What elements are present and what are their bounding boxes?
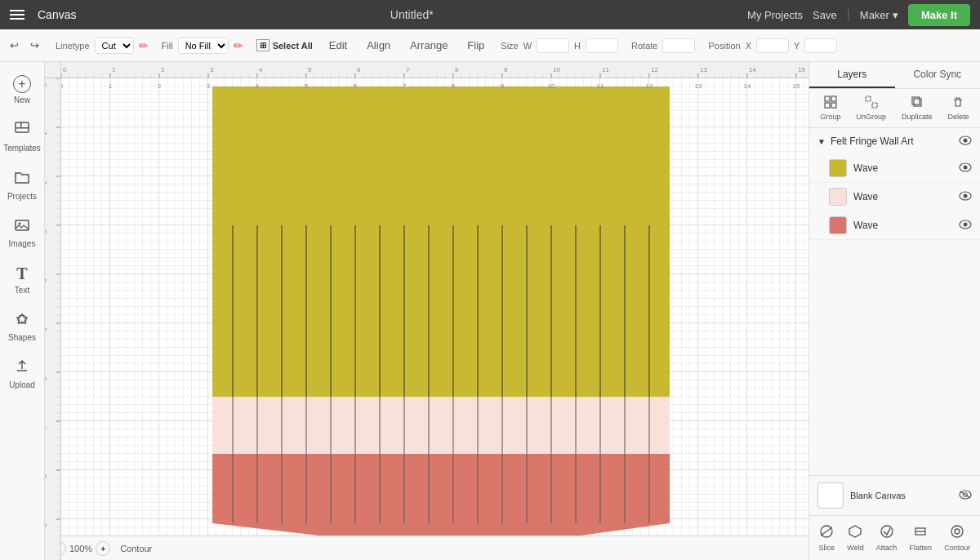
app-title: Canvas [38, 8, 76, 21]
sidebar-item-text[interactable]: T Text [2, 258, 42, 301]
svg-text:0: 0 [61, 82, 64, 90]
zoom-in-button[interactable]: + [96, 541, 110, 556]
edit-button[interactable]: Edit [326, 38, 350, 53]
y-label: Y [794, 41, 800, 51]
toolbar: ↩ ↪ Linetype Cut ✏ Fill No Fill ✏ ⊞ Sele… [0, 29, 980, 62]
x-input[interactable] [756, 38, 789, 53]
arrange-button[interactable]: Arrange [407, 38, 451, 53]
svg-text:13: 13 [700, 66, 707, 73]
width-input[interactable] [537, 38, 569, 53]
fill-select[interactable]: No Fill [178, 38, 229, 54]
group-button[interactable]: Group [815, 94, 845, 122]
delete-icon [951, 96, 964, 111]
slice-icon [819, 524, 834, 542]
attach-button[interactable]: Attach [871, 521, 902, 555]
layer-1-name: Wave [853, 162, 952, 174]
layer-group-header[interactable]: ▼ Felt Fringe Wall Art [809, 128, 980, 154]
ungroup-button[interactable]: UnGroup [851, 94, 891, 122]
my-projects-button[interactable]: My Projects [747, 9, 803, 21]
right-panel: Layers Color Sync Group UnGroup [808, 62, 980, 560]
artwork-svg: 0 1 2 3 4 5 6 7 8 9 10 11 12 13 14 15 [61, 78, 808, 560]
layer-2-visibility-icon[interactable] [959, 190, 972, 203]
group-visibility-icon[interactable] [959, 135, 972, 148]
contour-label: Contour [120, 544, 152, 553]
sidebar-item-projects[interactable]: Projects [2, 162, 42, 207]
svg-text:12: 12 [651, 66, 658, 73]
layer-3-visibility-icon[interactable] [959, 219, 972, 232]
svg-rect-280 [866, 96, 871, 101]
sidebar-item-new[interactable]: + New [2, 69, 42, 111]
sidebar-item-templates[interactable]: Templates [2, 114, 42, 159]
svg-rect-282 [914, 99, 921, 106]
canvas-area[interactable]: 012345678910111213141516 012345678910 [45, 62, 808, 560]
delete-button[interactable]: Delete [942, 94, 973, 122]
blank-canvas-visibility-icon[interactable] [959, 489, 972, 502]
tab-color-sync[interactable]: Color Sync [895, 62, 981, 88]
sidebar-item-upload[interactable]: Upload [2, 352, 42, 396]
maker-selector[interactable]: Maker ▾ [860, 9, 898, 21]
redo-button[interactable]: ↪ [27, 38, 42, 53]
sidebar-item-images[interactable]: Images [2, 211, 42, 255]
svg-rect-281 [872, 103, 877, 108]
sidebar-item-shapes[interactable]: Shapes [2, 304, 42, 349]
slice-button[interactable]: Slice [814, 521, 840, 555]
toolbar-size-group: Size W H [501, 38, 618, 53]
undo-button[interactable]: ↩ [7, 38, 22, 53]
flip-button[interactable]: Flip [464, 38, 488, 53]
svg-rect-2 [20, 122, 22, 127]
hamburger-menu[interactable] [10, 10, 24, 20]
bottom-actions: Slice Weld Attach Flatten [809, 515, 980, 560]
layer-1-visibility-icon[interactable] [959, 162, 972, 175]
attach-label: Attach [876, 544, 898, 552]
linetype-color-icon: ✏ [139, 39, 149, 52]
slice-label: Slice [819, 544, 835, 552]
ungroup-label: UnGroup [856, 113, 886, 121]
contour-button[interactable]: Contour [939, 521, 975, 555]
canvas-content[interactable]: 0 1 2 3 4 5 6 7 8 9 10 11 12 13 14 15 [61, 78, 808, 536]
weld-label: Weld [847, 544, 863, 552]
layer-item-2[interactable]: Wave [809, 183, 980, 211]
svg-text:6: 6 [354, 82, 358, 90]
toolbar-linetype-group: Linetype Cut ✏ [56, 38, 149, 54]
zoom-level: 100% [69, 544, 92, 553]
blank-canvas-swatch [817, 482, 844, 509]
svg-text:3: 3 [210, 66, 214, 73]
make-it-button[interactable]: Make It [908, 4, 970, 26]
select-all-button[interactable]: ⊞ Select All [256, 39, 313, 51]
svg-text:14: 14 [744, 82, 751, 90]
svg-text:9: 9 [504, 66, 508, 73]
svg-text:10: 10 [548, 82, 555, 90]
save-button[interactable]: Save [813, 9, 837, 21]
height-input[interactable] [586, 38, 618, 53]
sidebar-images-label: Images [9, 239, 36, 248]
svg-text:0: 0 [63, 66, 67, 73]
align-button[interactable]: Align [363, 38, 394, 53]
toolbar-undo-group: ↩ ↪ [7, 38, 42, 53]
svg-text:7: 7 [45, 425, 48, 429]
svg-point-289 [964, 194, 968, 198]
svg-text:5: 5 [45, 327, 48, 331]
weld-button[interactable]: Weld [842, 521, 868, 555]
ruler-horizontal: 012345678910111213141516 [61, 62, 808, 78]
flatten-label: Flatten [910, 544, 933, 552]
svg-text:11: 11 [602, 66, 609, 73]
tab-layers[interactable]: Layers [809, 62, 895, 88]
svg-text:11: 11 [597, 82, 604, 90]
flatten-button[interactable]: Flatten [905, 521, 938, 555]
panel-tabs: Layers Color Sync [809, 62, 980, 89]
layer-item-1[interactable]: Wave [809, 154, 980, 183]
svg-text:1: 1 [109, 82, 113, 90]
linetype-select[interactable]: Cut [95, 38, 134, 54]
layer-item-3[interactable]: Wave [809, 211, 980, 240]
text-icon: T [16, 264, 27, 283]
rotate-input[interactable] [662, 38, 695, 53]
projects-icon [14, 169, 30, 189]
layer-1-color-swatch [829, 159, 847, 177]
svg-point-301 [951, 526, 963, 537]
duplicate-button[interactable]: Duplicate [897, 94, 938, 122]
templates-icon [14, 121, 30, 141]
svg-text:4: 4 [256, 82, 260, 90]
svg-text:7: 7 [403, 82, 407, 90]
blank-canvas-row: Blank Canvas [809, 475, 980, 515]
y-input[interactable] [804, 38, 837, 53]
